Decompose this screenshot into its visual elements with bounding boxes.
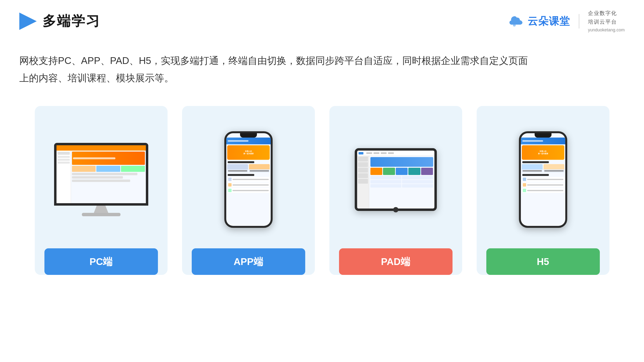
app-button[interactable]: APP端 [192,248,305,275]
h5-phone-screen-header [521,138,565,144]
phone-list-item1 [227,177,270,182]
monitor-base [82,213,120,216]
logo-left: 多端学习 [19,12,100,30]
h5-list-item2 [522,182,564,187]
card-pad: PAD端 [329,106,462,275]
tablet-cards-row [370,168,433,175]
phone-notch [240,133,257,138]
phone-banner: 职通人的 第一堂沟通课 [227,145,270,160]
phone-screen-header [226,138,271,144]
screen-header-bar [56,145,146,151]
app-phone-mockup: 职通人的 第一堂沟通课 [224,131,272,228]
tablet-home-btn [393,207,398,212]
phone-screen: 职通人的 第一堂沟通课 [226,133,271,226]
brand-url: yunduoketang.com [588,27,625,32]
monitor-mockup [54,143,148,216]
cloud-icon [508,16,523,26]
tablet-mockup [355,148,437,211]
tablet-list-row [370,176,433,188]
h5-section-title2 [522,174,549,176]
card-pc: PC端 [35,106,168,275]
tablet-main [369,156,434,209]
screen-banner [72,152,145,165]
phone-list-item2 [227,182,270,187]
brand-slogan2: 培训云平台 [588,18,625,25]
phone-section-title2 [228,174,254,176]
tablet-banner [370,157,433,167]
page-title: 多端学习 [42,12,100,30]
brand-logo-area: 云朵课堂 企业数字化 培训云平台 yunduoketang.com [508,10,625,32]
description-line1: 网校支持PC、APP、PAD、H5，实现多端打通，终端自由切换，数据同步跨平台自… [19,52,560,69]
phone-list-item3 [227,188,270,193]
pc-image-area [44,116,158,244]
cards-container: PC端 职通人的 第一堂沟通课 [0,87,644,275]
pad-image-area [339,116,452,244]
card-app: 职通人的 第一堂沟通课 [182,106,315,275]
phone-section-title1 [228,161,254,163]
page-header: 多端学习 云朵课堂 企业数字化 培训云平台 yunduoketang.com [0,0,644,32]
brand-right-text: 企业数字化 培训云平台 yunduoketang.com [588,10,625,32]
h5-phone-banner: 职通人的 第一堂沟通课 [522,145,564,160]
card-h5: 职通人的 第一堂沟通课 [477,106,610,275]
h5-phone-notch [534,133,552,138]
pc-button[interactable]: PC端 [44,248,158,275]
h5-cards-grid [521,164,565,173]
monitor-screen-wrap [54,143,148,206]
svg-marker-0 [19,12,37,30]
description-text: 网校支持PC、APP、PAD、H5，实现多端打通，终端自由切换，数据同步跨平台自… [0,32,580,87]
tablet-content [357,156,434,209]
h5-phone-screen: 职通人的 第一堂沟通课 [521,133,565,226]
h5-phone-mockup: 职通人的 第一堂沟通课 [519,131,567,228]
pad-button[interactable]: PAD端 [339,248,452,275]
pc-card-bottom: PC端 [44,244,158,275]
tablet-screen [357,151,434,209]
screen-sidebar [56,151,71,203]
description-line2: 上的内容、培训课程、模块展示等。 [19,69,560,87]
pad-card-bottom: PAD端 [339,244,452,275]
phone-cards-grid [226,164,271,173]
monitor-stand [94,206,108,213]
monitor-screen [56,145,146,203]
h5-list-item1 [522,177,564,182]
app-card-bottom: APP端 [192,244,305,275]
screen-main [71,151,146,203]
tablet-sidebar [357,156,369,209]
tablet-header [357,151,434,156]
brand-slogan1: 企业数字化 [588,10,625,17]
play-icon [19,12,37,30]
brand-name-cn: 云朵课堂 [528,14,570,28]
h5-button[interactable]: H5 [486,248,600,275]
app-image-area: 职通人的 第一堂沟通课 [192,116,305,244]
screen-content-row [56,151,146,203]
brand-divider [579,14,579,28]
h5-card-bottom: H5 [486,244,600,275]
h5-section-title1 [522,161,549,163]
h5-image-area: 职通人的 第一堂沟通课 [486,116,600,244]
tablet-wrapper [355,148,437,211]
h5-list-item3 [522,188,564,193]
